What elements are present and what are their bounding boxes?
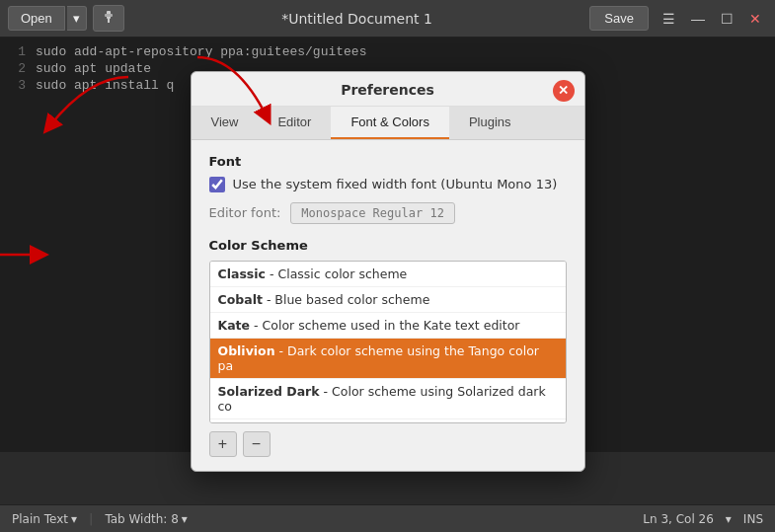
editor-line-1: 1 sudo add-apt-repository ppa:guitees/gu… <box>0 43 775 60</box>
preferences-dialog: Preferences ✕ View Editor Font & Colors … <box>191 71 585 472</box>
scheme-item-solarized-light[interactable]: Solarized Light - Color scheme using Sol… <box>210 419 566 423</box>
tab-editor[interactable]: Editor <box>258 107 331 139</box>
maximize-button[interactable]: ☐ <box>715 8 739 30</box>
toolbar-left: Open ▾ <box>8 5 124 32</box>
tab-font-colors[interactable]: Font & Colors <box>331 107 448 139</box>
ins-label: INS <box>743 512 763 526</box>
line-number-1: 1 <box>8 44 26 59</box>
system-font-label: Use the system fixed width font (Ubuntu … <box>233 177 558 191</box>
tab-view[interactable]: View <box>192 107 259 139</box>
dropdown-icon: ▾ <box>726 512 732 526</box>
open-button[interactable]: Open <box>8 6 65 31</box>
add-scheme-button[interactable]: + <box>209 431 237 457</box>
font-section-label: Font <box>209 154 567 169</box>
ins-mode-button[interactable]: ▾ <box>726 512 732 526</box>
scheme-item-classic[interactable]: Classic - Classic color scheme <box>210 262 566 287</box>
editor-font-row: Editor font: Monospace Regular 12 <box>209 202 567 224</box>
dialog-tabs: View Editor Font & Colors Plugins <box>192 107 584 140</box>
scheme-item-solarized-dark[interactable]: Solarized Dark - Color scheme using Sola… <box>210 379 566 419</box>
tab-width-selector[interactable]: Tab Width: 8 ▾ <box>105 512 188 526</box>
position-label: Ln 3, Col 26 <box>643 512 714 526</box>
pin-icon <box>102 10 116 24</box>
open-dropdown-button[interactable]: ▾ <box>67 6 87 31</box>
line-number-2: 2 <box>8 61 26 76</box>
dialog-close-button[interactable]: ✕ <box>553 80 575 102</box>
remove-scheme-button[interactable]: − <box>243 431 271 457</box>
tab-plugins[interactable]: Plugins <box>449 107 531 139</box>
line-number-3: 3 <box>8 78 26 93</box>
scheme-actions: + − <box>209 431 567 457</box>
language-label: Plain Text <box>12 512 68 526</box>
dialog-body: Font Use the system fixed width font (Ub… <box>192 140 584 471</box>
cursor-position: Ln 3, Col 26 <box>643 512 714 526</box>
window-close-button[interactable]: ✕ <box>743 8 767 30</box>
pin-button[interactable] <box>93 5 124 32</box>
dialog-header: Preferences ✕ <box>192 72 584 107</box>
color-scheme-label: Color Scheme <box>209 238 567 253</box>
svg-rect-1 <box>108 18 110 23</box>
minimize-button[interactable]: — <box>685 8 711 30</box>
editor-font-value: Monospace Regular 12 <box>290 202 455 224</box>
toolbar: Open ▾ *Untitled Document 1 Save ☰ — ☐ ✕ <box>0 0 775 38</box>
svg-rect-2 <box>105 14 113 17</box>
tab-width-label: Tab Width: 8 <box>105 512 178 526</box>
scheme-item-oblivion[interactable]: Oblivion - Dark color scheme using the T… <box>210 339 566 379</box>
system-font-row: Use the system fixed width font (Ubuntu … <box>209 177 567 192</box>
system-font-checkbox[interactable] <box>209 177 225 192</box>
dialog-title: Preferences <box>341 82 434 98</box>
scheme-item-cobalt[interactable]: Cobalt - Blue based color scheme <box>210 287 566 313</box>
toolbar-right: ☰ — ☐ ✕ <box>657 8 767 30</box>
tab-width-dropdown-icon: ▾ <box>182 512 188 526</box>
language-dropdown-icon: ▾ <box>71 512 77 526</box>
editor-font-label: Editor font: <box>209 205 281 220</box>
language-selector[interactable]: Plain Text ▾ <box>12 512 77 526</box>
document-title: *Untitled Document 1 <box>124 11 590 27</box>
status-bar: Plain Text ▾ | Tab Width: 8 ▾ Ln 3, Col … <box>0 504 775 532</box>
line-content-2: sudo apt update <box>36 61 151 76</box>
save-button[interactable]: Save <box>589 6 649 31</box>
status-right: Ln 3, Col 26 ▾ INS <box>643 512 763 526</box>
hamburger-button[interactable]: ☰ <box>657 8 681 30</box>
color-scheme-list[interactable]: Classic - Classic color schemeCobalt - B… <box>209 261 567 423</box>
line-content-3: sudo apt install q <box>36 78 174 93</box>
line-content-1: sudo add-apt-repository ppa:guitees/guit… <box>36 44 366 59</box>
scheme-item-kate[interactable]: Kate - Color scheme used in the Kate tex… <box>210 313 566 339</box>
